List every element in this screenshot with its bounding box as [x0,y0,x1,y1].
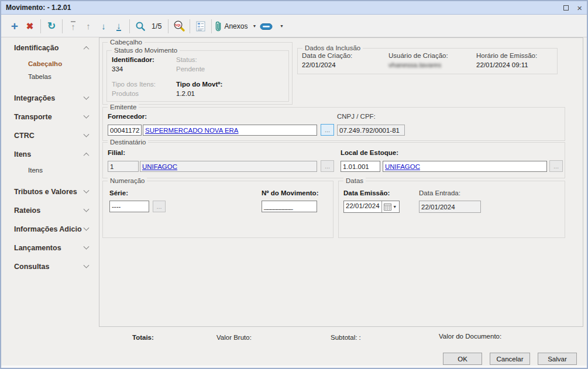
data-criacao-value: 22/01/2024 [302,61,336,68]
sidebar-section-ctrc[interactable]: CTRC [1,126,99,145]
chevron-up-icon [84,152,90,158]
toolbar-separator [40,19,41,33]
sidebar-item-itens[interactable]: Itens [1,164,99,177]
cancel-button[interactable]: Cancelar [490,353,530,365]
local-estoque-name-input[interactable]: UNIFAGOC [383,161,547,172]
toolbar-separator [129,19,130,33]
data-emissao-label: Data Emissão: [343,189,390,196]
last-record-button[interactable]: ↓ [111,18,126,35]
tipo-movto-label: Tipo do Movtº: [176,81,222,88]
print-button[interactable] [259,18,274,35]
sidebar-nav: Identificação Cabeçalho Tabelas Integraç… [1,37,99,368]
cabecalho-group-title: Cabeçalho [108,38,145,46]
delete-icon: ✖ [26,21,34,32]
add-record-button[interactable]: + [7,18,22,35]
save-button[interactable]: Salvar [538,353,577,365]
emitente-group: Emitente Fornecedor: 00041172 SUPERMERCA… [102,107,565,141]
valor-documento-label: Valor do Documento: [439,333,501,340]
refresh-icon: ↻ [47,20,56,32]
fornecedor-name-input[interactable]: SUPERMERCADO NOVA ERA [143,125,317,136]
delete-record-button[interactable]: ✖ [22,18,37,35]
bottom-strip [1,365,587,368]
search-button[interactable] [133,18,148,35]
svg-text:SQL: SQL [175,23,182,27]
paperclip-icon [215,20,222,32]
sidebar-section-label: Lançamentos [14,244,61,252]
local-estoque-code-input[interactable]: 1.01.001 [341,161,380,172]
close-icon[interactable]: × [577,4,582,12]
sidebar-item-cabecalho[interactable]: Cabeçalho [1,57,99,70]
sidebar-section-consultas[interactable]: Consultas [1,257,99,276]
anexos-button[interactable]: Anexos ▼ [215,18,259,35]
dados-inclusao-title: Dados da Inclusão [302,44,363,52]
numeracao-group: Numeração Série: ---- ... Nº do Moviment… [102,181,333,238]
print-dropdown-button[interactable]: ▼ [274,18,289,35]
data-emissao-value[interactable]: 22/01/2024 [344,201,381,212]
local-estoque-link[interactable]: UNIFAGOC [385,163,420,170]
sidebar-section-identificacao[interactable]: Identificação [1,39,99,57]
chevron-down-icon [84,112,90,118]
serie-input[interactable]: ---- [109,201,149,212]
next-record-icon: ↓ [101,22,106,30]
sql-search-button[interactable]: SQL [171,18,187,35]
calendar-dropdown-icon: ▼ [393,205,397,209]
chevron-down-icon [84,187,90,193]
identificador-value: 334 [112,65,123,73]
data-emissao-calendar-button[interactable]: ▼ [381,201,399,212]
cnpj-label: CNPJ / CPF: [337,113,376,120]
next-record-button[interactable]: ↓ [96,18,111,35]
sidebar-section-informacoes-adicionais[interactable]: Informações Adicio [1,220,99,239]
fornecedor-label: Fornecedor: [108,113,147,120]
refresh-button[interactable]: ↻ [44,18,59,35]
status-group-title: Status do Movimento [112,46,180,54]
anexos-dropdown-icon: ▼ [252,24,256,28]
first-record-icon: ↑ [71,21,75,31]
main-panel: Cabeçalho Status do Movimento Identifica… [99,37,583,327]
fornecedor-link[interactable]: SUPERMERCADO NOVA ERA [145,127,239,134]
sidebar-item-tabelas[interactable]: Tabelas [1,70,99,83]
serie-label: Série: [109,189,128,196]
chevron-up-icon [84,46,90,51]
sidebar-section-integracoes[interactable]: Integrações [1,89,99,108]
num-movimento-mask: _________ [264,203,293,210]
fornecedor-code-input[interactable]: 00041172 [108,125,142,136]
toolbar-separator [168,19,169,33]
chevron-down-icon [84,225,90,230]
report-button[interactable] [193,18,208,35]
filial-lookup-button[interactable]: ... [321,160,334,172]
printer-icon [259,21,273,32]
sidebar-section-label: Consultas [14,263,49,271]
last-record-icon: ↓ [116,21,121,31]
sidebar-section-label: Integrações [14,94,55,102]
sidebar-section-tributos[interactable]: Tributos e Valores [1,182,99,201]
sidebar-section-itens[interactable]: Itens [1,145,99,164]
sidebar-section-lancamentos[interactable]: Lançamentos [1,239,99,257]
toolbar-separator [62,19,63,33]
horario-emissao-value: 22/01/2024 09:11 [476,61,528,68]
cabecalho-group: Cabeçalho Status do Movimento Identifica… [102,42,293,105]
sidebar-section-rateios[interactable]: Rateios [1,201,99,220]
local-estoque-lookup-button[interactable]: ... [549,160,563,172]
toolbar: + ✖ ↻ ↑ ↑ ↓ ↓ 1/5 SQL Anexos ▼ ▼ [1,15,587,37]
sidebar-section-transporte[interactable]: Transporte [1,108,99,126]
ok-button[interactable]: OK [443,353,482,365]
chevron-down-icon [84,131,90,137]
destinatario-group-title: Destinatário [108,138,148,146]
fornecedor-lookup-button[interactable]: ... [321,124,334,136]
sidebar-children-identificacao: Cabeçalho Tabelas [1,57,99,83]
destinatario-group: Destinatário Filial: 1 UNIFAGOC ... Loca… [102,142,565,178]
num-movimento-label: Nº do Movimento: [262,189,318,196]
serie-lookup-button[interactable]: ... [153,201,166,212]
sql-search-icon: SQL [173,20,185,32]
sidebar-section-label: Rateios [14,206,40,215]
data-emissao-datepicker[interactable]: 22/01/2024 ▼ [343,201,400,213]
window-controls: × [563,4,582,12]
previous-record-button[interactable]: ↑ [81,18,96,35]
tipo-itens-label: Tipo dos Itens: [112,81,156,88]
identificador-label: Identificador: [112,56,154,63]
first-record-button[interactable]: ↑ [66,18,81,35]
filial-link[interactable]: UNIFAGOC [142,163,177,170]
sidebar-section-label: Tributos e Valores [14,188,77,196]
maximize-icon[interactable] [563,5,569,11]
num-movimento-input[interactable]: _________ [262,201,317,212]
